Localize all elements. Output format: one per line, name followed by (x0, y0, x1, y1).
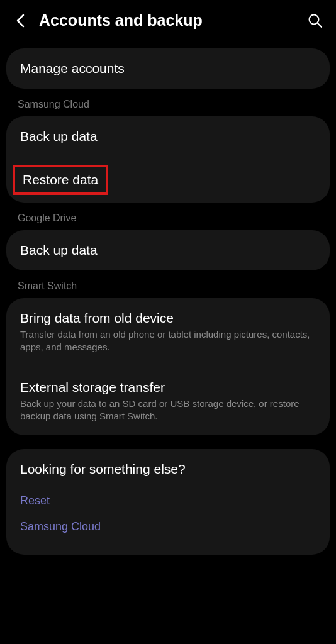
samsung-restore-label: Restore data (23, 172, 98, 187)
google-drive-card: Back up data (6, 230, 330, 270)
samsung-backup-label: Back up data (20, 129, 316, 144)
smart-switch-header: Smart Switch (6, 270, 330, 298)
content-area: Manage accounts Samsung Cloud Back up da… (0, 38, 336, 555)
svg-point-0 (310, 14, 319, 24)
svg-line-1 (318, 23, 322, 27)
back-icon[interactable] (13, 13, 28, 28)
bring-data-item[interactable]: Bring data from old device Transfer data… (6, 298, 330, 367)
footer-title: Looking for something else? (20, 462, 316, 477)
samsung-cloud-header: Samsung Cloud (6, 89, 330, 116)
external-storage-subtitle: Back up your data to an SD card or USB s… (20, 397, 316, 423)
manage-accounts-item[interactable]: Manage accounts (6, 48, 330, 89)
samsung-cloud-link[interactable]: Samsung Cloud (20, 514, 316, 540)
samsung-backup-item[interactable]: Back up data (6, 116, 330, 157)
footer-card: Looking for something else? Reset Samsun… (6, 449, 330, 555)
bring-data-title: Bring data from old device (20, 311, 316, 326)
header-bar: Accounts and backup (0, 0, 336, 38)
page-title: Accounts and backup (39, 11, 296, 30)
samsung-restore-item[interactable]: Restore data (6, 157, 330, 203)
bring-data-subtitle: Transfer data from an old phone or table… (20, 328, 316, 354)
smart-switch-card: Bring data from old device Transfer data… (6, 298, 330, 435)
google-drive-header: Google Drive (6, 203, 330, 230)
external-storage-item[interactable]: External storage transfer Back up your d… (6, 367, 330, 436)
search-icon[interactable] (307, 13, 323, 29)
samsung-cloud-card: Back up data Restore data (6, 116, 330, 203)
highlight-box: Restore data (13, 165, 108, 195)
reset-link[interactable]: Reset (20, 488, 316, 514)
external-storage-title: External storage transfer (20, 380, 316, 395)
manage-accounts-card: Manage accounts (6, 48, 330, 89)
manage-accounts-label: Manage accounts (20, 61, 316, 76)
google-backup-label: Back up data (20, 243, 316, 258)
google-backup-item[interactable]: Back up data (6, 230, 330, 270)
